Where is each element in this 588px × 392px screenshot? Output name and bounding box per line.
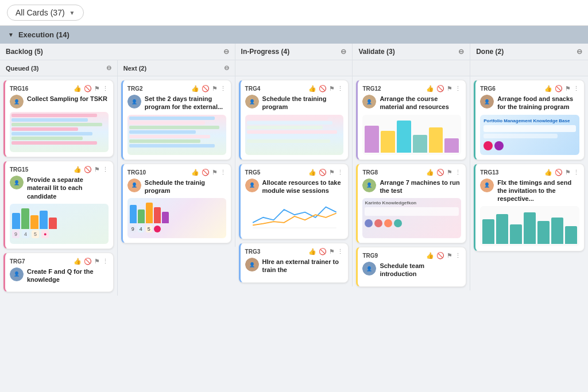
flag-icon[interactable]: ⚑ — [212, 85, 218, 92]
block-icon[interactable]: 🚫 — [202, 85, 210, 92]
validate-minus[interactable]: ⊖ — [458, 48, 464, 56]
flag-icon[interactable]: ⚑ — [565, 85, 571, 92]
flag-icon[interactable]: ⚑ — [329, 85, 335, 92]
block-icon[interactable]: 🚫 — [84, 85, 92, 92]
thumb-icon[interactable]: 👍 — [191, 85, 199, 92]
queued-minus[interactable]: ⊖ — [106, 64, 111, 72]
inprogress-minus[interactable]: ⊖ — [341, 48, 346, 56]
filter-dropdown[interactable]: All Cards (37) ▼ — [7, 5, 84, 21]
flag-icon[interactable]: ⚑ — [447, 169, 452, 176]
more-icon[interactable]: ⋮ — [337, 85, 343, 92]
card-trg6: TRG6 👍 🚫 ⚑ ⋮ 👤 Arrange food and snacks f… — [474, 80, 585, 160]
block-icon[interactable]: 🚫 — [555, 85, 563, 92]
block-icon[interactable]: 🚫 — [84, 258, 92, 265]
flag-icon[interactable]: ⚑ — [94, 166, 100, 173]
execution-toggle[interactable]: ▼ — [8, 32, 14, 38]
block-icon[interactable]: 🚫 — [319, 85, 327, 92]
more-icon[interactable]: ⋮ — [102, 166, 109, 173]
block-icon[interactable]: 🚫 — [436, 169, 444, 176]
done-cards: TRG6 👍 🚫 ⚑ ⋮ 👤 Arrange food and snacks f… — [470, 76, 588, 255]
card-title: Collect Sampling for TSKR — [27, 95, 107, 103]
card-trg2: TRG2 👍 🚫 ⚑ ⋮ 👤 Set the 2 days training p… — [121, 80, 231, 160]
card-id: TRG10 — [127, 169, 146, 176]
card-id: TRG9 — [362, 253, 378, 259]
flag-icon[interactable]: ⚑ — [447, 85, 452, 92]
card-title: FIx the timings and send the invitation … — [497, 178, 579, 203]
card-title: Schedule the trainig program — [145, 178, 226, 195]
sub-headers-row: Queued (3) ⊖ Next (2) ⊖ — [0, 60, 588, 76]
done-minus[interactable]: ⊖ — [577, 48, 582, 56]
more-icon[interactable]: ⋮ — [573, 85, 579, 92]
card-trg16: TRG16 👍 🚫 ⚑ ⋮ 👤 Collect Sampling for TSK… — [3, 80, 114, 157]
more-icon[interactable]: ⋮ — [455, 85, 461, 92]
thumb-icon[interactable]: 👍 — [426, 85, 434, 92]
more-icon[interactable]: ⋮ — [337, 169, 343, 176]
backlog-header: Backlog (5) ⊖ — [0, 44, 235, 60]
card-title: Arrange 7 machines to run the test — [380, 178, 461, 195]
cards-row: TRG16 👍 🚫 ⚑ ⋮ 👤 Collect Sampling for TSK… — [0, 76, 588, 296]
card-trg10: TRG10 👍 🚫 ⚑ ⋮ 👤 Schedule the trainig pro… — [121, 164, 231, 244]
block-icon[interactable]: 🚫 — [436, 252, 444, 259]
thumb-icon[interactable]: 👍 — [308, 169, 316, 176]
more-icon[interactable]: ⋮ — [102, 258, 109, 265]
flag-icon[interactable]: ⚑ — [94, 258, 100, 265]
thumb-icon[interactable]: 👍 — [191, 169, 199, 176]
next-minus[interactable]: ⊖ — [224, 64, 229, 72]
card-trg13: TRG13 👍 🚫 ⚑ ⋮ 👤 FIx the timings and send… — [474, 164, 585, 252]
thumb-icon[interactable]: 👍 — [74, 258, 82, 265]
block-icon[interactable]: 🚫 — [202, 169, 210, 176]
next-header: Next (2) ⊖ — [118, 60, 235, 76]
card-trg9: TRG9 👍 🚫 ⚑ ⋮ 👤 Schedule team introductio… — [356, 247, 466, 287]
flag-icon[interactable]: ⚑ — [329, 169, 335, 176]
card-trg12: TRG12 👍 🚫 ⚑ ⋮ 👤 Arrange the course mater… — [356, 80, 466, 160]
block-icon[interactable]: 🚫 — [319, 248, 327, 255]
card-title: Schedule the training program — [262, 95, 344, 111]
more-icon[interactable]: ⋮ — [102, 85, 109, 92]
card-id: TRG13 — [480, 169, 498, 176]
card-trg4: TRG4 👍 🚫 ⚑ ⋮ 👤 Schedule the training pro… — [239, 80, 349, 160]
card-title: Provide a separate materail lit to each … — [27, 176, 109, 200]
card-id: TRG12 — [362, 86, 381, 92]
filter-label: All Cards (37) — [16, 8, 65, 17]
thumb-icon[interactable]: 👍 — [308, 248, 316, 255]
backlog-cards: TRG16 👍 🚫 ⚑ ⋮ 👤 Collect Sampling for TSK… — [0, 76, 118, 296]
card-id: TRG7 — [10, 258, 25, 265]
backlog-minus[interactable]: ⊖ — [223, 48, 229, 56]
thumb-icon[interactable]: 👍 — [544, 169, 552, 176]
top-bar: All Cards (37) ▼ — [0, 0, 588, 26]
headers-row: Backlog (5) ⊖ In-Progress (4) ⊖ Validate… — [0, 44, 588, 60]
thumb-icon[interactable]: 👍 — [74, 166, 82, 173]
card-trg5: TRG5 👍 🚫 ⚑ ⋮ 👤 Allocate resources to tak… — [239, 164, 349, 240]
more-icon[interactable]: ⋮ — [573, 169, 579, 176]
flag-icon[interactable]: ⚑ — [565, 169, 571, 176]
more-icon[interactable]: ⋮ — [220, 169, 226, 176]
thumb-icon[interactable]: 👍 — [426, 169, 434, 176]
card-id: TRG4 — [245, 86, 261, 92]
validate-cards: TRG12 👍 🚫 ⚑ ⋮ 👤 Arrange the course mater… — [353, 76, 470, 290]
more-icon[interactable]: ⋮ — [337, 248, 343, 255]
validate-header: Validate (3) ⊖ — [353, 44, 470, 60]
flag-icon[interactable]: ⚑ — [212, 169, 218, 176]
card-title: Schedule team introduction — [380, 262, 461, 278]
block-icon[interactable]: 🚫 — [84, 166, 92, 173]
card-id: TRG6 — [480, 86, 496, 92]
card-title: Create F and Q for the knowledge — [27, 267, 109, 284]
block-icon[interactable]: 🚫 — [436, 85, 444, 92]
thumb-icon[interactable]: 👍 — [544, 85, 552, 92]
queued-header: Queued (3) ⊖ — [0, 60, 118, 76]
block-icon[interactable]: 🚫 — [555, 169, 563, 176]
thumb-icon[interactable]: 👍 — [74, 85, 82, 92]
card-title: Allocate resources to take module wise s… — [262, 178, 344, 195]
flag-icon[interactable]: ⚑ — [94, 85, 100, 92]
flag-icon[interactable]: ⚑ — [329, 248, 335, 255]
block-icon[interactable]: 🚫 — [319, 169, 327, 176]
more-icon[interactable]: ⋮ — [220, 85, 226, 92]
more-icon[interactable]: ⋮ — [455, 169, 461, 176]
more-icon[interactable]: ⋮ — [455, 252, 461, 259]
flag-icon[interactable]: ⚑ — [447, 252, 452, 259]
thumb-icon[interactable]: 👍 — [426, 252, 434, 259]
execution-label: Execution (14) — [18, 30, 69, 39]
card-id: TRG3 — [245, 249, 261, 255]
card-id: TRG2 — [127, 86, 143, 92]
thumb-icon[interactable]: 👍 — [308, 85, 316, 92]
